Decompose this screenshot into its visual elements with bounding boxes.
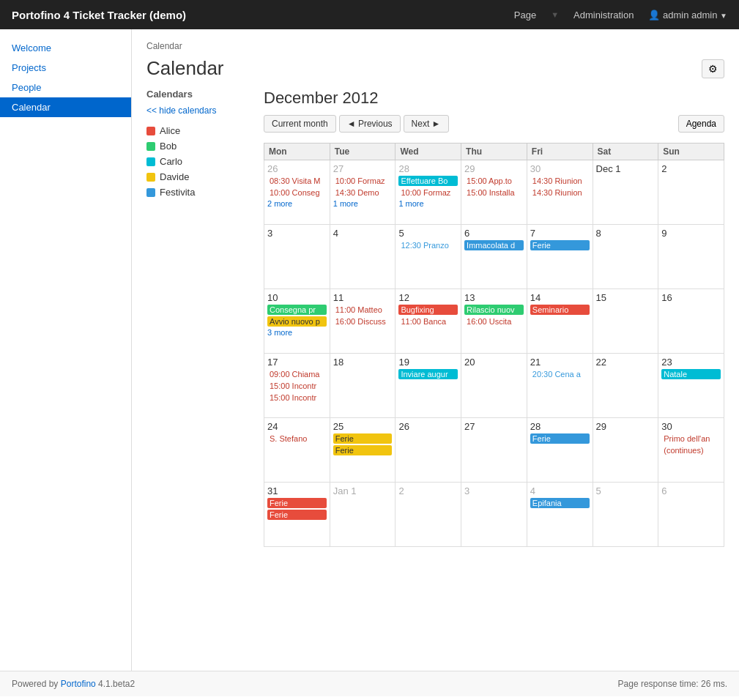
calendar-cell: 3 (461, 483, 527, 547)
davide-label: Davide (160, 171, 189, 182)
calendar-event[interactable]: 15:00 App.to (464, 176, 524, 186)
calendar-cell: 2915:00 App.to15:00 Installa (461, 160, 527, 225)
current-month-button[interactable]: Current month (264, 115, 336, 133)
more-events-link[interactable]: 3 more (267, 328, 327, 337)
calendar-event[interactable]: 14:30 Riunion (530, 187, 590, 198)
calendar-event[interactable]: Immacolata d (464, 240, 524, 250)
calendar-festivita[interactable]: Festivita (146, 185, 256, 200)
calendar-event[interactable]: Inviare augur (398, 369, 458, 379)
day-number: 4 (333, 228, 393, 239)
user-icon: 👤 (648, 10, 660, 21)
calendar-event[interactable]: Primo dell'an (661, 433, 721, 444)
day-number: 27 (464, 421, 524, 432)
alice-color (146, 127, 155, 135)
calendar-event[interactable]: Ferie (530, 433, 590, 444)
user-menu[interactable]: 👤 admin admin ▼ (648, 10, 727, 21)
calendar-main: December 2012 Current month ◄ Previous N… (264, 89, 724, 547)
calendar-event[interactable]: 16:00 Discuss (333, 316, 393, 327)
calendar-event[interactable]: 09:00 Chiama (267, 369, 327, 379)
calendar-event[interactable]: 11:00 Matteo (333, 305, 393, 315)
more-events-link[interactable]: 2 more (267, 199, 327, 208)
calendar-cell: 6 (658, 483, 724, 547)
calendar-event[interactable]: (continues) (661, 445, 721, 455)
calendar-event[interactable]: 15:00 Installa (464, 187, 524, 198)
calendar-cell: 16 (658, 289, 724, 354)
portofino-link[interactable]: Portofino (61, 679, 96, 689)
hide-calendars-link[interactable]: << hide calendars (146, 105, 256, 116)
col-thu: Thu (461, 144, 527, 160)
bob-label: Bob (160, 141, 177, 152)
calendar-event[interactable]: Ferie (267, 510, 327, 520)
calendar-cell: 31FerieFerie (264, 483, 330, 547)
calendar-cell: 18 (330, 354, 396, 418)
calendar-cell: 20 (461, 354, 527, 418)
day-number: 12 (398, 292, 458, 303)
calendar-cell: 2710:00 Formaz14:30 Demo1 more (330, 160, 396, 225)
calendar-event[interactable]: 15:00 Incontr (267, 381, 327, 391)
sidebar-item-calendar[interactable]: Calendar (0, 97, 131, 117)
calendar-event[interactable]: 14:30 Demo (333, 187, 393, 198)
calendar-cell: Jan 1 (330, 483, 396, 547)
day-number: 3 (267, 228, 327, 239)
calendar-event[interactable]: 20:30 Cena a (530, 369, 590, 379)
alice-label: Alice (160, 125, 180, 136)
next-button[interactable]: Next ► (404, 115, 449, 133)
more-events-link[interactable]: 1 more (398, 199, 458, 208)
calendar-event[interactable]: Ferie (530, 240, 590, 250)
calendar-event[interactable]: Ferie (333, 445, 393, 455)
footer-response-time: Page response time: 26 ms. (618, 679, 727, 689)
sidebar-item-projects[interactable]: Projects (0, 58, 131, 78)
day-number: 21 (530, 357, 590, 368)
sidebar-item-welcome[interactable]: Welcome (0, 38, 131, 58)
calendar-carlo[interactable]: Carlo (146, 154, 256, 169)
calendar-cell: 28Ferie (527, 418, 593, 483)
calendar-event[interactable]: 10:00 Formaz (333, 176, 393, 186)
calendar-cell: 1709:00 Chiama15:00 Incontr15:00 Incontr (264, 354, 330, 418)
sidebar-item-people[interactable]: People (0, 78, 131, 97)
calendar-event[interactable]: Ferie (333, 433, 393, 444)
calendar-event[interactable]: 14:30 Riunion (530, 176, 590, 186)
calendar-cell: 2 (396, 483, 461, 547)
calendar-bob[interactable]: Bob (146, 138, 256, 154)
more-events-link[interactable]: 1 more (333, 199, 393, 208)
day-number: 6 (661, 485, 721, 496)
calendar-cell: Dec 1 (593, 160, 658, 225)
calendar-event[interactable]: S. Stefano (267, 433, 327, 444)
calendar-event[interactable]: Bugfixing (398, 305, 458, 315)
day-number: 20 (464, 357, 524, 368)
month-title: December 2012 (264, 89, 724, 108)
day-number: 18 (333, 357, 393, 368)
administration-link[interactable]: Administration (573, 10, 634, 21)
calendar-event[interactable]: Avvio nuovo p (267, 316, 327, 327)
calendar-event[interactable]: Rilascio nuov (464, 305, 524, 315)
settings-button[interactable]: ⚙ (702, 59, 724, 78)
page-chevron: ▼ (551, 10, 559, 19)
calendar-event[interactable]: 11:00 Banca (398, 316, 458, 327)
agenda-button[interactable]: Agenda (678, 115, 724, 133)
calendar-event[interactable]: 12:30 Pranzo (398, 240, 458, 250)
calendar-alice[interactable]: Alice (146, 123, 256, 138)
festivita-label: Festivita (160, 187, 195, 198)
day-number: 30 (661, 421, 721, 432)
calendar-cell: 27 (461, 418, 527, 483)
day-number: 15 (596, 292, 656, 303)
calendar-event[interactable]: Consegna pr (267, 305, 327, 315)
previous-button[interactable]: ◄ Previous (339, 115, 401, 133)
calendar-event[interactable]: 15:00 Incontr (267, 392, 327, 403)
day-number: 26 (398, 421, 458, 432)
calendar-event[interactable]: Ferie (267, 498, 327, 508)
calendar-event[interactable]: Seminario (530, 305, 590, 315)
day-number: Jan 1 (333, 485, 393, 496)
calendar-cell: 22 (593, 354, 658, 418)
day-number: 17 (267, 357, 327, 368)
calendar-event[interactable]: 08:30 Visita M (267, 176, 327, 186)
calendar-event[interactable]: 10:00 Formaz (398, 187, 458, 198)
calendar-event[interactable]: 16:00 Uscita (464, 316, 524, 327)
festivita-color (146, 188, 155, 197)
calendar-event[interactable]: 10:00 Conseg (267, 187, 327, 198)
calendar-event[interactable]: Epifania (530, 498, 590, 508)
calendar-davide[interactable]: Davide (146, 169, 256, 185)
calendar-event[interactable]: Natale (661, 369, 721, 379)
calendar-event[interactable]: Effettuare Bo (398, 176, 458, 186)
page-menu[interactable]: Page (514, 10, 536, 21)
